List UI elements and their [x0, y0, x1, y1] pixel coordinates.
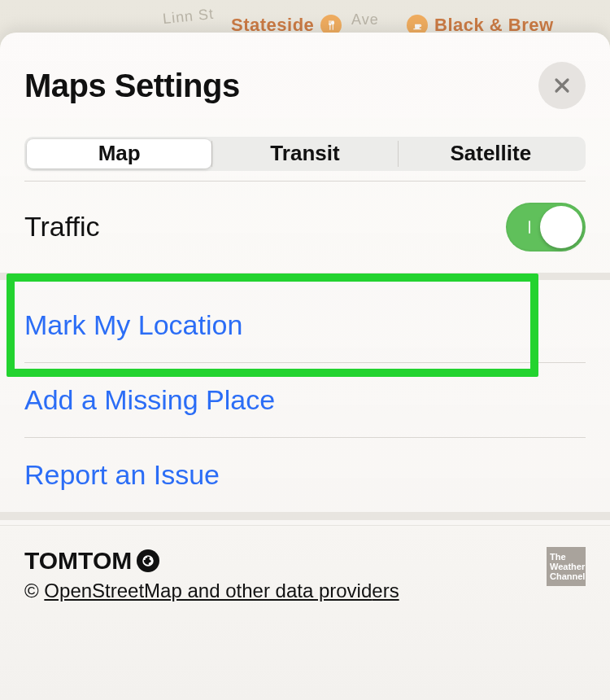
- mark-my-location-link[interactable]: Mark My Location: [24, 309, 242, 340]
- add-missing-place-link[interactable]: Add a Missing Place: [24, 384, 275, 415]
- copyright-symbol: ©: [24, 580, 39, 602]
- section-gap: [0, 512, 610, 520]
- osm-attribution: © OpenStreetMap and other data providers: [24, 580, 399, 602]
- traffic-row: Traffic: [24, 182, 586, 273]
- segment-satellite[interactable]: Satellite: [399, 139, 583, 168]
- add-missing-place-row[interactable]: Add a Missing Place: [24, 363, 586, 437]
- segment-transit-label: Transit: [270, 141, 339, 166]
- weather-channel-logo: The Weather Channel: [547, 547, 586, 586]
- segment-map-label: Map: [98, 141, 141, 166]
- traffic-toggle[interactable]: [506, 203, 586, 252]
- traffic-label: Traffic: [24, 211, 100, 243]
- weather-channel-label: The Weather Channel: [550, 552, 585, 581]
- close-button[interactable]: [538, 62, 586, 109]
- street-label-ave: Ave: [351, 11, 379, 28]
- tomtom-wordmark: TOMTOM: [24, 547, 132, 575]
- segment-transit[interactable]: Transit: [212, 139, 397, 168]
- close-icon: [552, 76, 572, 95]
- mark-my-location-row[interactable]: Mark My Location: [24, 288, 586, 362]
- attribution-footer: TOMTOM © OpenStreetMap and other data pr…: [0, 525, 610, 700]
- report-issue-row[interactable]: Report an Issue: [24, 438, 586, 512]
- segment-satellite-label: Satellite: [450, 141, 531, 166]
- osm-link[interactable]: OpenStreetMap and other data providers: [44, 580, 399, 602]
- toggle-on-indicator-icon: [529, 221, 530, 234]
- segment-map[interactable]: Map: [27, 139, 211, 168]
- settings-sheet: Maps Settings Map Transit Satellite Traf…: [0, 33, 610, 700]
- attribution-block: TOMTOM © OpenStreetMap and other data pr…: [24, 547, 399, 602]
- report-issue-link[interactable]: Report an Issue: [24, 459, 220, 490]
- tomtom-logo: TOMTOM: [24, 547, 399, 575]
- map-type-segmented-control[interactable]: Map Transit Satellite: [24, 137, 586, 171]
- tomtom-globe-icon: [137, 549, 159, 572]
- section-gap: [0, 273, 610, 281]
- toggle-knob: [540, 206, 582, 248]
- page-title: Maps Settings: [24, 68, 240, 104]
- sheet-header: Maps Settings: [0, 33, 610, 124]
